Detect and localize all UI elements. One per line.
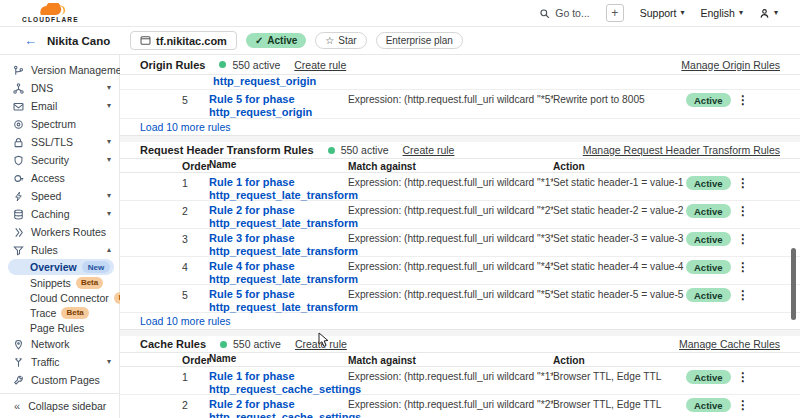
kebab-menu-icon[interactable]: ⋮ bbox=[732, 260, 754, 274]
drag-handle[interactable] bbox=[166, 260, 182, 263]
sidebar-item-workers-routes[interactable]: Workers Routes bbox=[0, 223, 119, 241]
drag-handle[interactable] bbox=[166, 232, 182, 235]
rule-action: Set static header-2 = value-2 bbox=[553, 204, 686, 216]
account-menu[interactable]: ▾ bbox=[759, 8, 778, 19]
active-badge: Active bbox=[686, 370, 731, 384]
dns-icon bbox=[13, 83, 24, 94]
add-button[interactable]: + bbox=[606, 4, 624, 22]
create-rule-link[interactable]: Create rule bbox=[403, 144, 455, 156]
envelope-icon bbox=[13, 101, 24, 112]
cloudflare-cloud-icon bbox=[34, 3, 66, 16]
rule-name-link[interactable]: Rule 1 for phase http_request_late_trans… bbox=[209, 176, 348, 201]
rule-name-link[interactable]: Rule 2 for phase http_request_late_trans… bbox=[209, 204, 348, 229]
chevron-up-icon: ▾ bbox=[107, 246, 111, 254]
sidebar-item-custom-pages[interactable]: Custom Pages bbox=[0, 371, 119, 389]
sidebar-item-email[interactable]: Email ▾ bbox=[0, 97, 119, 115]
support-menu[interactable]: Support ▾ bbox=[640, 7, 685, 19]
back-arrow-icon[interactable]: ← bbox=[24, 33, 37, 48]
active-badge: Active bbox=[686, 176, 731, 190]
account-name[interactable]: Nikita Cano bbox=[47, 35, 110, 47]
table-row: 2 Rule 2 for phase http_request_cache_se… bbox=[120, 395, 800, 418]
sidebar: Version Management DNS ▾ Email ▾ Spectru… bbox=[0, 55, 120, 418]
rule-order: 5 bbox=[182, 93, 209, 106]
table-row: 4 Rule 4 for phase http_request_late_tra… bbox=[120, 257, 800, 285]
kebab-menu-icon[interactable]: ⋮ bbox=[732, 176, 754, 190]
rule-name-link[interactable]: Rule 5 for phase http_request_late_trans… bbox=[209, 288, 348, 313]
table-row: 3 Rule 3 for phase http_request_late_tra… bbox=[120, 229, 800, 257]
manage-cache-rules-link[interactable]: Manage Cache Rules bbox=[679, 338, 780, 350]
origin-rules-header: Origin Rules 550 active Create rule Mana… bbox=[120, 55, 800, 75]
kebab-menu-icon[interactable]: ⋮ bbox=[732, 288, 754, 302]
account-breadcrumb: ← Nikita Cano bbox=[0, 33, 120, 48]
table-row: 2 Rule 2 for phase http_request_late_tra… bbox=[120, 201, 800, 229]
cloudflare-logo[interactable]: CLOUDFLARE bbox=[22, 3, 79, 24]
sidebar-item-snippets[interactable]: Snippets Beta bbox=[0, 275, 119, 290]
sidebar-item-network[interactable]: Network bbox=[0, 335, 119, 353]
create-rule-link[interactable]: Create rule bbox=[294, 59, 346, 71]
manage-transform-rules-link[interactable]: Manage Request Header Transform Rules bbox=[583, 144, 780, 156]
load-more-link[interactable]: Load 10 more rules bbox=[120, 119, 800, 135]
pin-icon bbox=[13, 339, 24, 350]
kebab-menu-icon[interactable]: ⋮ bbox=[732, 232, 754, 246]
load-more-link[interactable]: Load 10 more rules bbox=[120, 313, 800, 329]
rule-match: Expression: (http.request.full_uri wildc… bbox=[348, 204, 553, 216]
transform-rules-header: Request Header Transform Rules 550 activ… bbox=[120, 142, 800, 159]
sidebar-item-page-rules[interactable]: Page Rules bbox=[0, 320, 119, 335]
drag-handle[interactable] bbox=[166, 176, 182, 179]
domain-selector[interactable]: tf.nikitac.com bbox=[130, 31, 237, 50]
rule-name-link[interactable]: Rule 1 for phase http_request_cache_sett… bbox=[209, 370, 348, 395]
language-menu[interactable]: English ▾ bbox=[701, 7, 743, 19]
chevron-down-icon: ▾ bbox=[107, 138, 111, 146]
star-button[interactable]: ☆ Star bbox=[315, 32, 366, 49]
rule-name-link[interactable]: Rule 2 for phase http_request_cache_sett… bbox=[209, 398, 348, 418]
status-dot-icon bbox=[220, 341, 227, 348]
database-icon bbox=[13, 209, 24, 220]
cloudflare-wordmark: CLOUDFLARE bbox=[22, 17, 79, 24]
rule-name-link[interactable]: http_request_origin bbox=[213, 75, 316, 89]
sidebar-item-dns[interactable]: DNS ▾ bbox=[0, 79, 119, 97]
shield-icon bbox=[13, 155, 24, 166]
kebab-menu-icon[interactable]: ⋮ bbox=[732, 204, 754, 218]
col-order: Order bbox=[182, 353, 209, 366]
transform-rules-section: Request Header Transform Rules 550 activ… bbox=[120, 142, 800, 330]
sidebar-item-ssl-tls[interactable]: SSL/TLS ▾ bbox=[0, 133, 119, 151]
drag-handle[interactable] bbox=[166, 288, 182, 291]
access-icon bbox=[13, 173, 24, 184]
rule-action: Set static header-5 = value-5 bbox=[553, 288, 686, 300]
sidebar-item-traffic[interactable]: Traffic ▾ bbox=[0, 353, 119, 371]
sidebar-item-version-management[interactable]: Version Management bbox=[0, 61, 119, 79]
kebab-menu-icon[interactable]: ⋮ bbox=[732, 93, 754, 107]
sidebar-item-trace[interactable]: Trace Beta bbox=[0, 305, 119, 320]
sidebar-item-cloud-connector[interactable]: Cloud Connector Beta bbox=[0, 290, 119, 305]
collapse-sidebar-button[interactable]: « Collapse sidebar bbox=[0, 393, 119, 418]
go-to-search[interactable]: Go to... bbox=[539, 7, 589, 19]
chevron-down-icon: ▾ bbox=[107, 358, 111, 366]
active-badge: Active bbox=[686, 260, 731, 274]
scrollbar-thumb[interactable] bbox=[791, 248, 796, 320]
rule-name-link[interactable]: Rule 4 for phase http_request_late_trans… bbox=[209, 260, 348, 285]
sidebar-item-rules[interactable]: Rules ▾ bbox=[0, 241, 119, 259]
drag-handle[interactable] bbox=[166, 370, 182, 373]
manage-origin-rules-link[interactable]: Manage Origin Rules bbox=[681, 59, 780, 71]
sidebar-item-overview[interactable]: Overview New bbox=[8, 259, 114, 275]
lock-icon bbox=[13, 137, 24, 148]
status-badge-cell: Active bbox=[686, 288, 732, 302]
rule-order: 1 bbox=[182, 176, 209, 189]
rule-name-link[interactable]: Rule 3 for phase http_request_late_trans… bbox=[209, 232, 348, 257]
check-icon: ✓ bbox=[255, 35, 263, 46]
chevron-down-icon: ▾ bbox=[107, 156, 111, 164]
rule-name-link[interactable]: Rule 5 for phase http_request_origin bbox=[209, 93, 348, 118]
active-count: 550 active bbox=[233, 338, 281, 350]
kebab-menu-icon[interactable]: ⋮ bbox=[732, 398, 754, 412]
sidebar-item-speed[interactable]: Speed ▾ bbox=[0, 187, 119, 205]
sidebar-item-access[interactable]: Access bbox=[0, 169, 119, 187]
sidebar-item-caching[interactable]: Caching ▾ bbox=[0, 205, 119, 223]
status-badge-cell: Active bbox=[686, 260, 732, 274]
sidebar-item-spectrum[interactable]: Spectrum bbox=[0, 115, 119, 133]
drag-handle[interactable] bbox=[166, 93, 182, 96]
create-rule-link[interactable]: Create rule bbox=[295, 338, 347, 350]
kebab-menu-icon[interactable]: ⋮ bbox=[732, 370, 754, 384]
sidebar-item-security[interactable]: Security ▾ bbox=[0, 151, 119, 169]
drag-handle[interactable] bbox=[166, 204, 182, 207]
drag-handle[interactable] bbox=[166, 398, 182, 401]
